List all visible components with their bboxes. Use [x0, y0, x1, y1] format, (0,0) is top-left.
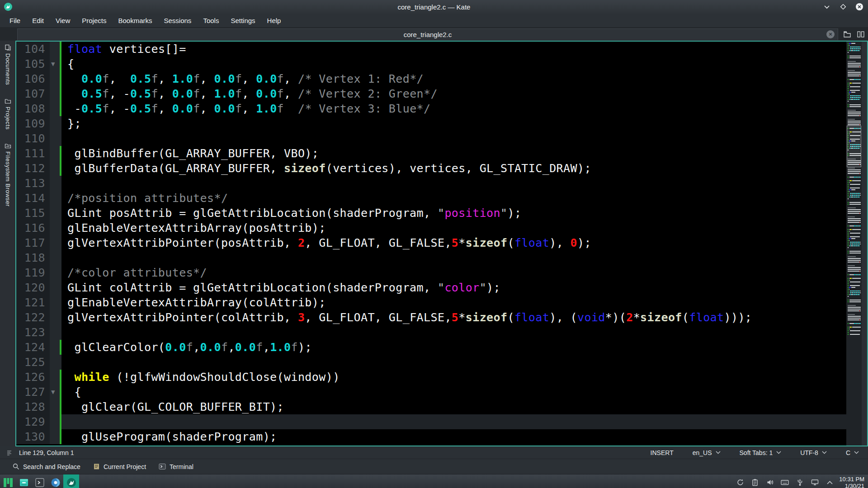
line-number[interactable]: 126 — [16, 370, 50, 385]
menu-view[interactable]: View — [50, 17, 76, 24]
code-text[interactable]: 0.0f, 0.5f, 1.0f, 0.0f, 0.0f, /* Vertex … — [61, 71, 846, 86]
line-number[interactable]: 112 — [16, 161, 50, 176]
menu-projects[interactable]: Projects — [76, 17, 112, 24]
sidebar-item-filesystem-browser[interactable]: Filesystem Browser — [5, 142, 11, 206]
code-text[interactable] — [61, 414, 846, 429]
updates-icon[interactable] — [736, 479, 744, 487]
code-line[interactable]: 108 -0.5f, -0.5f, 0.0f, 0.0f, 1.0f /* Ve… — [16, 101, 846, 116]
split-view-icon[interactable] — [856, 30, 865, 39]
fold-column[interactable] — [50, 325, 61, 340]
line-number[interactable]: 114 — [16, 191, 50, 206]
fold-column[interactable] — [50, 42, 61, 56]
line-number[interactable]: 122 — [16, 310, 50, 325]
digital-clock[interactable]: 10:31 PM 1/30/21 — [839, 476, 864, 488]
code-line[interactable]: 106 0.0f, 0.5f, 1.0f, 0.0f, 0.0f, /* Ver… — [16, 71, 846, 86]
current-project-button[interactable]: Current Project — [93, 463, 146, 470]
expand-tray-icon[interactable] — [826, 479, 834, 487]
line-number[interactable]: 124 — [16, 340, 50, 355]
dictionary-select[interactable]: en_US — [693, 449, 721, 456]
code-line[interactable]: 109}; — [16, 116, 846, 131]
code-text[interactable] — [61, 355, 846, 370]
code-line[interactable]: 110 — [16, 131, 846, 146]
fold-column[interactable] — [50, 131, 61, 146]
code-line[interactable]: 125 — [16, 355, 846, 370]
line-number[interactable]: 105 — [16, 56, 50, 71]
code-text[interactable]: glEnableVertexAttribArray(colAttrib); — [61, 295, 846, 310]
fold-column[interactable] — [50, 235, 61, 250]
code-text[interactable]: 0.5f, -0.5f, 0.0f, 1.0f, 0.0f, /* Vertex… — [61, 86, 846, 101]
line-number[interactable]: 116 — [16, 221, 50, 235]
code-text[interactable]: float vertices[]= — [61, 42, 846, 56]
fold-column[interactable] — [50, 161, 61, 176]
fold-column[interactable] — [50, 399, 61, 414]
code-text[interactable]: while (!glfwWindowShouldClose(window)) — [61, 370, 846, 385]
fold-column[interactable] — [50, 176, 61, 191]
code-text[interactable]: glBindBuffer(GL_ARRAY_BUFFER, VBO); — [61, 146, 846, 161]
code-text[interactable]: GLint colAttrib = glGetAttribLocation(sh… — [61, 280, 846, 295]
tab-width-select[interactable]: Soft Tabs: 1 — [740, 449, 782, 456]
volume-icon[interactable] — [766, 479, 774, 487]
code-line[interactable]: 116glEnableVertexAttribArray(posAttrib); — [16, 221, 846, 235]
tab-core-triangle2[interactable]: core_triangle2.c × — [17, 28, 838, 40]
code-text[interactable] — [61, 250, 846, 265]
code-text[interactable]: glBufferData(GL_ARRAY_BUFFER, sizeof(ver… — [61, 161, 846, 176]
code-line[interactable]: 117glVertexAttribPointer(posAttrib, 2, G… — [16, 235, 846, 250]
menu-file[interactable]: File — [4, 17, 26, 24]
line-number[interactable]: 127 — [16, 385, 50, 399]
code-line[interactable]: 126 while (!glfwWindowShouldClose(window… — [16, 370, 846, 385]
application-launcher-manjaro-icon[interactable] — [0, 474, 16, 488]
task-kate-active[interactable] — [63, 474, 79, 488]
minimize-button[interactable] — [822, 2, 832, 12]
line-number[interactable]: 104 — [16, 42, 50, 56]
menu-settings[interactable]: Settings — [225, 17, 261, 24]
line-number[interactable]: 117 — [16, 235, 50, 250]
code-line[interactable]: 118 — [16, 250, 846, 265]
line-number[interactable]: 130 — [16, 429, 50, 444]
fold-column[interactable] — [50, 206, 61, 221]
fold-column[interactable] — [50, 116, 61, 131]
line-number[interactable]: 106 — [16, 71, 50, 86]
code-text[interactable]: GLint posAttrib = glGetAttribLocation(sh… — [61, 206, 846, 221]
line-number[interactable]: 107 — [16, 86, 50, 101]
minimap-scrollbar[interactable] — [846, 42, 862, 446]
line-number[interactable]: 123 — [16, 325, 50, 340]
cursor-position[interactable]: Line 129, Column 1 — [19, 449, 74, 456]
close-button[interactable] — [854, 2, 864, 12]
code-line[interactable]: 115GLint posAttrib = glGetAttribLocation… — [16, 206, 846, 221]
code-line[interactable]: 112 glBufferData(GL_ARRAY_BUFFER, sizeof… — [16, 161, 846, 176]
menu-sessions[interactable]: Sessions — [158, 17, 198, 24]
line-number[interactable]: 115 — [16, 206, 50, 221]
code-line[interactable]: 104float vertices[]= — [16, 42, 846, 56]
code-line[interactable]: 122glVertexAttribPointer(colAttrib, 3, G… — [16, 310, 846, 325]
menu-edit[interactable]: Edit — [26, 17, 50, 24]
encoding-select[interactable]: UTF-8 — [800, 449, 827, 456]
fold-column[interactable] — [50, 280, 61, 295]
code-line[interactable]: 127▾ { — [16, 385, 846, 399]
code-text[interactable]: glVertexAttribPointer(posAttrib, 2, GL_F… — [61, 235, 846, 250]
fold-column[interactable] — [50, 414, 61, 429]
indent-lines-icon[interactable] — [6, 450, 14, 456]
minimap-viewport-handle[interactable] — [847, 126, 861, 167]
code-line[interactable]: 111 glBindBuffer(GL_ARRAY_BUFFER, VBO); — [16, 146, 846, 161]
fold-column[interactable] — [50, 310, 61, 325]
code-text[interactable]: { — [61, 56, 846, 71]
code-line[interactable]: 124 glClearColor(0.0f,0.0f,0.0f,1.0f); — [16, 340, 846, 355]
code-text[interactable] — [61, 176, 846, 191]
line-number[interactable]: 108 — [16, 101, 50, 116]
task-dolphin-file-manager[interactable] — [16, 474, 32, 488]
code-line[interactable]: 130 glUseProgram(shaderProgram); — [16, 429, 846, 444]
fold-column[interactable]: ▾ — [50, 385, 61, 399]
fold-column[interactable] — [50, 370, 61, 385]
line-number[interactable]: 118 — [16, 250, 50, 265]
line-number[interactable]: 111 — [16, 146, 50, 161]
keyboard-icon[interactable] — [781, 479, 789, 487]
fold-column[interactable]: ▾ — [50, 56, 61, 71]
line-number[interactable]: 120 — [16, 280, 50, 295]
network-icon[interactable] — [811, 479, 819, 487]
fold-column[interactable] — [50, 250, 61, 265]
menu-help[interactable]: Help — [261, 17, 287, 24]
line-number[interactable]: 128 — [16, 399, 50, 414]
removable-device-icon[interactable] — [796, 479, 804, 487]
fold-column[interactable] — [50, 101, 61, 116]
line-number[interactable]: 119 — [16, 265, 50, 280]
